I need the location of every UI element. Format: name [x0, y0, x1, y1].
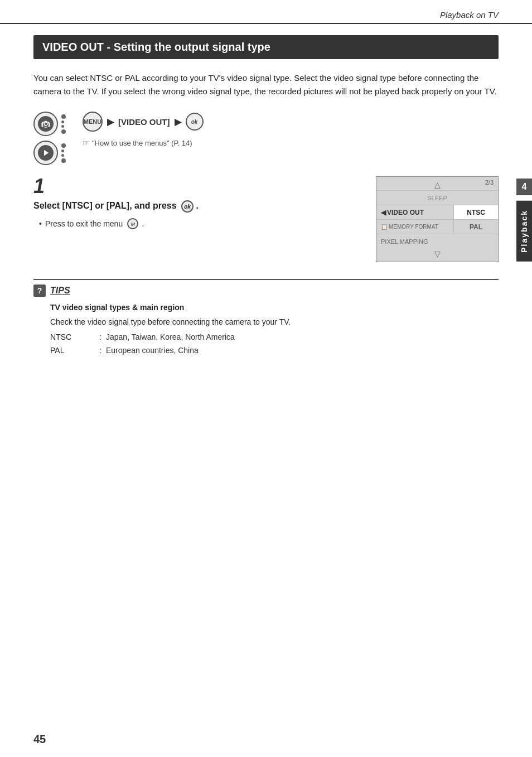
menu-button: MENU	[83, 112, 103, 132]
playback-mode-icon	[33, 141, 66, 165]
dial-dot	[61, 114, 66, 119]
play-icon	[41, 148, 51, 158]
menu-icon-inline: M	[127, 218, 138, 229]
page-number: 45	[33, 733, 46, 746]
pal-value: PAL	[453, 220, 498, 234]
step-instruction-text: Select [NTSC] or [PAL], and press	[33, 201, 177, 210]
menu-video-out-label: [VIDEO OUT]	[118, 117, 170, 127]
tips-subtitle: TV video signal types & main region	[50, 301, 499, 314]
tips-header: ? TIPS	[33, 285, 499, 297]
step-number: 1	[33, 176, 359, 196]
period2: .	[142, 219, 144, 228]
step-note: • Press to exit the menu M .	[39, 218, 359, 229]
nav-row: MENU ▶ [VIDEO OUT] ▶ ok	[83, 112, 204, 132]
menu-up-arrow: △	[376, 177, 498, 190]
memory-format-label: 📋 MEMORY FORMAT	[376, 220, 453, 234]
dial-dot	[61, 129, 66, 134]
ntsc-sep: :	[95, 331, 106, 344]
playback-dial	[33, 141, 58, 165]
step-note-text: Press to exit the menu	[45, 219, 123, 228]
ntsc-key: NTSC	[50, 331, 95, 344]
dial-dot	[61, 143, 66, 148]
period: .	[196, 201, 199, 210]
tips-row-pal: PAL : European countries, China	[50, 344, 499, 358]
sleep-label: SLEEP	[427, 195, 447, 201]
page-header: Playback on TV	[0, 0, 532, 24]
ntsc-value: NTSC	[453, 205, 498, 219]
camera-icon	[41, 119, 51, 129]
section-heading: VIDEO OUT - Setting the output signal ty…	[33, 35, 499, 59]
step-section: 1 Select [NTSC] or [PAL], and press ok .…	[33, 176, 499, 262]
bullet: •	[39, 219, 42, 228]
chapter-number: 4	[516, 179, 532, 195]
dial-dot	[61, 154, 64, 157]
left-arrow-icon: ◀	[381, 209, 386, 216]
chapter-label: Playback	[516, 201, 532, 262]
menu-down-arrow: ▽	[376, 248, 498, 262]
step-instruction: Select [NTSC] or [PAL], and press ok .	[33, 200, 359, 213]
dial-dot	[61, 120, 64, 123]
menu-row-videoout: ◀ VIDEO OUT NTSC	[376, 205, 498, 219]
tips-section: ? TIPS TV video signal types & main regi…	[33, 279, 499, 357]
menu-navigation: MENU ▶ [VIDEO OUT] ▶ ok ☞ "How to use th…	[33, 112, 499, 165]
camera-dial	[33, 112, 58, 136]
nav-controls: MENU ▶ [VIDEO OUT] ▶ ok ☞ "How to use th…	[83, 112, 204, 147]
tips-icon: ?	[33, 285, 46, 297]
dial-dot	[61, 150, 64, 152]
ok-button: ok	[186, 113, 204, 131]
pixel-mapping-label: PIXEL MAPPING	[376, 234, 498, 248]
reference-icon: ☞	[83, 138, 90, 147]
onscreen-menu: 2/3 △ SLEEP ◀ VIDEO OUT NTSC 📋 MEMORY FO…	[376, 176, 499, 262]
camera-inner	[38, 116, 54, 132]
video-out-label: ◀ VIDEO OUT	[376, 205, 453, 219]
dial-dot	[61, 125, 64, 128]
nav-arrow-right: ▶	[107, 117, 114, 127]
menu-page-number: 2/3	[485, 179, 494, 186]
tips-description: Check the video signal type before conne…	[50, 316, 499, 328]
header-title: Playback on TV	[440, 10, 499, 20]
mode-icons	[33, 112, 66, 165]
step-left: 1 Select [NTSC] or [PAL], and press ok .…	[33, 176, 359, 262]
ntsc-val: Japan, Taiwan, Korea, North America	[106, 331, 235, 344]
tips-content: TV video signal types & main region Chec…	[50, 301, 499, 357]
menu-row-sleep: SLEEP	[376, 190, 498, 205]
reference-text: "How to use the menus" (P. 14)	[92, 139, 192, 147]
menu-row-memformat: 📋 MEMORY FORMAT PAL	[376, 219, 498, 234]
ok-circle-inline: ok	[181, 200, 194, 213]
dial-dots-playback	[61, 143, 66, 163]
tips-row-ntsc: NTSC : Japan, Taiwan, Korea, North Ameri…	[50, 331, 499, 344]
menu-row-pixelmapping: PIXEL MAPPING	[376, 234, 498, 248]
pal-key: PAL	[50, 344, 95, 358]
camera-mode-icon	[33, 112, 66, 136]
nav-arrow-right2: ▶	[175, 117, 181, 127]
sd-icon: 📋	[381, 224, 388, 230]
reference-note: ☞ "How to use the menus" (P. 14)	[83, 138, 204, 147]
tips-table: NTSC : Japan, Taiwan, Korea, North Ameri…	[50, 331, 499, 358]
dial-dot	[61, 158, 66, 163]
main-content: VIDEO OUT - Setting the output signal ty…	[0, 24, 532, 379]
dial-dots-camera	[61, 114, 66, 134]
playback-inner	[38, 145, 54, 161]
intro-paragraph: You can select NTSC or PAL according to …	[33, 71, 499, 98]
tips-label: TIPS	[50, 286, 70, 296]
pal-sep: :	[95, 344, 106, 358]
pal-val: European countries, China	[106, 344, 199, 358]
